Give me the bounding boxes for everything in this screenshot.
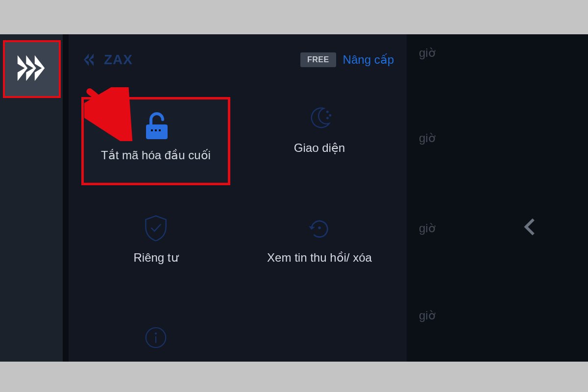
info-icon (143, 318, 169, 357)
svg-rect-0 (151, 129, 153, 131)
options-grid: Tắt mã hóa đầu cuối Giao diện (81, 97, 394, 392)
moon-icon (305, 99, 334, 137)
time-label: giờ (419, 309, 436, 322)
svg-point-6 (318, 226, 320, 229)
zax-app-button[interactable] (3, 40, 61, 98)
zax-settings-panel: ZAX FREE Nâng cấp Tắt mã hóa đầ (69, 34, 407, 362)
time-label: giờ (419, 221, 436, 235)
tile-privacy[interactable]: Riêng tư (81, 207, 230, 295)
upgrade-link[interactable]: Nâng cấp (343, 53, 394, 67)
svg-point-3 (327, 111, 328, 113)
tile-info[interactable] (81, 317, 230, 392)
tile-recall-messages[interactable]: Xem tin thu hồi/ xóa (245, 207, 394, 295)
svg-point-8 (155, 332, 157, 334)
tile-label: Riêng tư (133, 250, 178, 266)
unlock-icon (140, 106, 172, 145)
brand: ZAX (81, 51, 133, 69)
plan-badge: FREE (300, 52, 336, 67)
tile-appearance[interactable]: Giao diện (245, 97, 394, 185)
tile-label: Tắt mã hóa đầu cuối (101, 147, 211, 163)
panel-header: ZAX FREE Nâng cấp (81, 45, 394, 74)
zax-logo-icon (15, 51, 49, 87)
sidebar-rail (0, 34, 63, 362)
tile-label: Xem tin thu hồi/ xóa (267, 250, 372, 266)
chevron-left-icon[interactable] (519, 216, 542, 240)
time-label: giờ (419, 131, 436, 145)
brand-name: ZAX (104, 52, 133, 68)
svg-point-5 (327, 118, 328, 119)
header-actions: FREE Nâng cấp (300, 52, 394, 67)
svg-point-4 (329, 115, 331, 116)
zax-logo-icon (81, 51, 99, 69)
shield-check-icon (141, 209, 171, 247)
svg-rect-2 (159, 129, 161, 131)
settings-window: giờ giờ giờ giờ ZAX FREE Nâng cấp (0, 34, 588, 362)
grid-spacer (245, 317, 394, 392)
svg-rect-1 (155, 129, 157, 131)
tile-disable-encryption[interactable]: Tắt mã hóa đầu cuối (81, 97, 230, 185)
restore-icon (305, 209, 334, 247)
time-label: giờ (419, 46, 436, 60)
tile-label: Giao diện (294, 140, 345, 156)
